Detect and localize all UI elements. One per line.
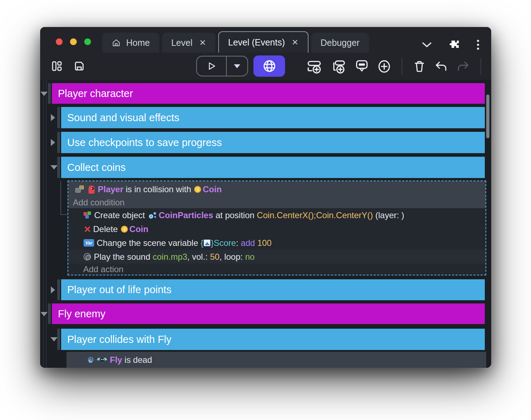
vertical-scrollbar[interactable] bbox=[486, 95, 489, 138]
player-object-icon bbox=[88, 185, 95, 194]
collapse-arrow-icon[interactable] bbox=[50, 337, 58, 341]
sound-file-name: coin.mp3 bbox=[152, 252, 187, 262]
group-sound-effects[interactable]: Sound and visual effects bbox=[61, 107, 485, 128]
group-checkpoints[interactable]: Use checkpoints to save progress bbox=[61, 132, 485, 153]
network-preview-button[interactable] bbox=[253, 55, 285, 77]
undo-button[interactable] bbox=[435, 60, 447, 72]
group-spine bbox=[57, 329, 60, 350]
preview-options-button[interactable] bbox=[227, 56, 247, 76]
tab-level-label: Level bbox=[171, 38, 193, 48]
minimize-window-button[interactable] bbox=[70, 38, 77, 45]
more-options-kebab-icon[interactable] bbox=[477, 40, 479, 50]
tab-level-events[interactable]: Level (Events) ✕ bbox=[218, 31, 309, 53]
group-player-character[interactable]: Player character bbox=[52, 83, 485, 104]
conditions-section: Player is in collision with Coin Add con… bbox=[68, 181, 486, 208]
group-out-of-life[interactable]: Player out of life points bbox=[61, 279, 485, 300]
add-subevent-button[interactable] bbox=[331, 59, 346, 74]
add-condition-button[interactable]: Add condition bbox=[68, 196, 486, 208]
tab-debugger[interactable]: Debugger bbox=[311, 33, 369, 53]
variable-brace-icon: } bbox=[211, 238, 214, 248]
tab-bar: Home Level ✕ Level (Events) ✕ Debugger bbox=[102, 31, 369, 53]
condition-line[interactable]: Player is in collision with Coin bbox=[68, 182, 486, 196]
add-action-button[interactable]: Add action bbox=[68, 264, 486, 275]
tab-home[interactable]: Home bbox=[102, 33, 159, 53]
expand-arrow-icon[interactable] bbox=[51, 286, 55, 294]
preview-button-group bbox=[196, 56, 248, 76]
tab-level-events-close-icon[interactable]: ✕ bbox=[292, 38, 299, 47]
add-event-button[interactable] bbox=[307, 59, 322, 74]
events-sheet: Player character Sound and visual effect… bbox=[40, 80, 491, 368]
add-comment-button[interactable] bbox=[355, 59, 369, 74]
condition-fly-dead[interactable]: ⚙G Fly is dead bbox=[66, 352, 486, 368]
scene-variable-icon bbox=[204, 239, 210, 246]
group-label: Sound and visual effects bbox=[67, 112, 179, 124]
action-text: Create object bbox=[94, 210, 147, 220]
expand-arrow-icon[interactable] bbox=[51, 139, 55, 146]
globe-icon bbox=[263, 59, 276, 73]
group-label: Player collides with Fly bbox=[67, 334, 171, 345]
app-window: Home Level ✕ Level (Events) ✕ Debugger bbox=[40, 27, 491, 368]
collision-icon bbox=[75, 185, 86, 193]
action-create-object[interactable]: Create object CoinParticles at position … bbox=[68, 208, 486, 222]
collapse-arrow-icon[interactable] bbox=[41, 312, 48, 316]
group-spine bbox=[57, 157, 60, 178]
play-preview-button[interactable] bbox=[197, 56, 227, 76]
group-spine bbox=[57, 132, 60, 153]
extensions-puzzle-icon[interactable] bbox=[449, 40, 460, 50]
action-change-variable[interactable]: Var Change the scene variable { } Score … bbox=[68, 236, 486, 250]
group-collect-coins[interactable]: Collect coins bbox=[61, 157, 485, 178]
condition-text: is in collision with bbox=[123, 184, 193, 194]
action-text: Change the scene variable bbox=[97, 238, 200, 248]
maximize-window-button[interactable] bbox=[84, 38, 91, 45]
titlebar-controls bbox=[422, 40, 479, 50]
subevent-connector bbox=[60, 181, 67, 215]
coin-object-icon bbox=[121, 226, 128, 233]
value-text: 100 bbox=[255, 238, 272, 248]
fly-object-icon bbox=[97, 356, 107, 364]
event-block-selected[interactable]: Player is in collision with Coin Add con… bbox=[68, 181, 486, 275]
delete-button[interactable] bbox=[413, 60, 425, 73]
particles-object-icon bbox=[149, 211, 157, 219]
tab-home-label: Home bbox=[126, 38, 150, 48]
group-label: Player out of life points bbox=[67, 284, 171, 296]
add-more-button[interactable] bbox=[378, 59, 391, 74]
loop-value: no bbox=[245, 252, 255, 262]
expression-value: Coin.CenterX();Coin.CenterY() bbox=[257, 210, 373, 220]
volume-value: 50 bbox=[210, 252, 220, 262]
expand-arrow-icon[interactable] bbox=[51, 114, 55, 121]
collapse-arrow-icon[interactable] bbox=[41, 92, 48, 96]
tab-level-close-icon[interactable]: ✕ bbox=[199, 38, 206, 48]
operator-text: add bbox=[241, 238, 255, 248]
group-fly-enemy[interactable]: Fly enemy bbox=[52, 303, 485, 324]
traffic-lights bbox=[56, 38, 91, 45]
save-button[interactable] bbox=[74, 60, 85, 72]
group-spine bbox=[48, 303, 51, 324]
state-change-icon bbox=[76, 356, 84, 364]
redo-button[interactable] bbox=[457, 60, 470, 72]
sound-icon bbox=[84, 253, 91, 260]
tab-level-events-label: Level (Events) bbox=[228, 37, 285, 48]
action-play-sound[interactable]: Play the sound coin.mp3 , vol.: 50 , loo… bbox=[68, 250, 486, 264]
behavior-gear-icon: ⚙G bbox=[86, 356, 95, 364]
action-text: , loop: bbox=[220, 252, 245, 262]
action-text: , vol.: bbox=[187, 252, 210, 262]
group-label: Player character bbox=[58, 88, 133, 99]
object-name: Fly bbox=[110, 355, 122, 365]
chevron-down-icon[interactable] bbox=[422, 42, 432, 48]
tab-debugger-label: Debugger bbox=[321, 38, 360, 48]
home-icon bbox=[112, 38, 121, 47]
group-player-collides-fly[interactable]: Player collides with Fly bbox=[61, 329, 485, 350]
indent-guide bbox=[46, 80, 47, 368]
toolbar-divider bbox=[402, 58, 402, 75]
collapse-arrow-icon[interactable] bbox=[50, 165, 58, 169]
action-delete[interactable]: Delete Coin bbox=[68, 222, 486, 236]
close-window-button[interactable] bbox=[56, 38, 63, 45]
create-object-icon bbox=[84, 211, 92, 219]
toolbar bbox=[40, 53, 491, 80]
group-label: Fly enemy bbox=[58, 308, 106, 320]
project-manager-button[interactable] bbox=[51, 60, 63, 72]
variable-name: Score bbox=[214, 238, 236, 248]
tab-level[interactable]: Level ✕ bbox=[162, 33, 215, 53]
condition-text: is dead bbox=[122, 355, 152, 365]
toolbar-divider bbox=[481, 58, 481, 75]
